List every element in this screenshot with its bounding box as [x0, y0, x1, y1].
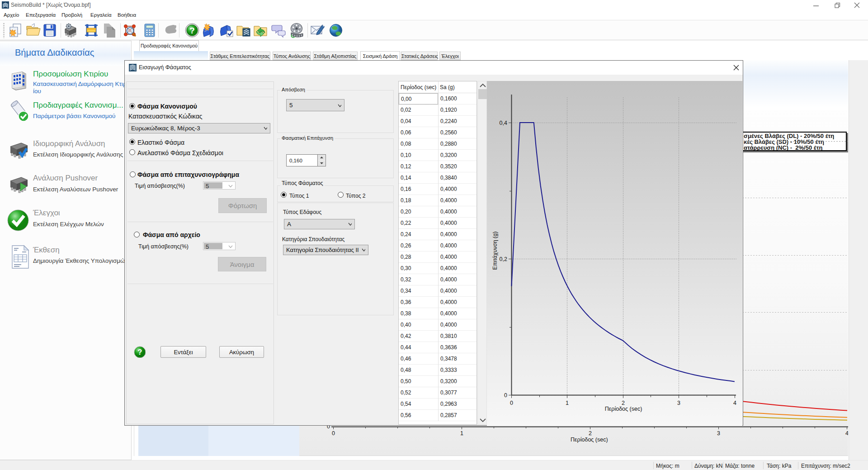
svg-text:2: 2 — [589, 430, 592, 437]
svg-text:Επιτάχυνση (g): Επιτάχυνση (g) — [492, 232, 498, 270]
svg-text:Περίοδος (sec): Περίοδος (sec) — [605, 406, 642, 412]
svg-text:0: 0 — [504, 392, 507, 399]
svg-text:4: 4 — [733, 400, 736, 406]
svg-text:0,4: 0,4 — [500, 120, 507, 126]
svg-text:2: 2 — [622, 400, 625, 406]
svg-text:1: 1 — [460, 430, 463, 437]
svg-text:0: 0 — [332, 430, 335, 437]
svg-text:4: 4 — [845, 430, 848, 437]
svg-text:?: ? — [189, 26, 195, 35]
svg-text:3: 3 — [717, 430, 720, 437]
svg-text:0: 0 — [510, 400, 513, 406]
svg-text:1: 1 — [566, 400, 569, 406]
svg-text:3: 3 — [677, 400, 680, 406]
svg-text:?: ? — [138, 348, 142, 356]
svg-text:Περίοδος (sec): Περίοδος (sec) — [571, 437, 608, 443]
svg-text:0,2: 0,2 — [500, 256, 507, 262]
